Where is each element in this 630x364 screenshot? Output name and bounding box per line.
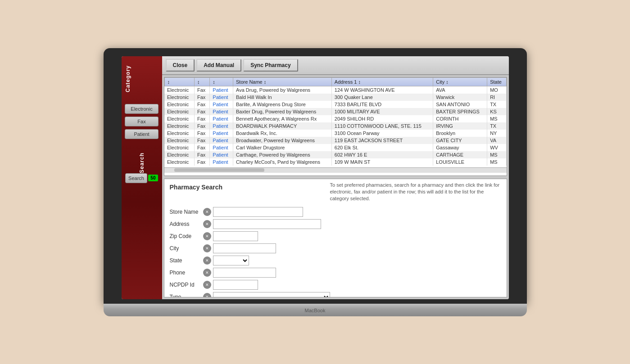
table-row[interactable]: ElectronicFaxPatientCarthage, Powered by…	[164, 151, 506, 158]
search-section: Search Search 50	[125, 148, 159, 183]
table-cell-2: Patient	[210, 158, 233, 166]
table-cell-5: Warwick	[433, 94, 487, 101]
table-body: ElectronicFaxPatientAva Drug, Powered by…	[164, 86, 506, 166]
th-col3[interactable]: ↕	[210, 77, 233, 86]
th-col2[interactable]: ↕	[195, 77, 210, 86]
table-cell-4: 300 Quaker Lane	[331, 94, 433, 101]
pharmacy-table: ↕ ↕ ↕ Store Name ↕ Address 1 ↕ City ↕ St…	[164, 77, 507, 166]
table-cell-4: 1000 MILITARY AVE	[331, 108, 433, 115]
close-button[interactable]: Close	[166, 59, 195, 72]
ncpdp-input[interactable]	[213, 280, 258, 290]
table-cell-4: 124 W WASHINGTON AVE	[331, 86, 433, 94]
table-row[interactable]: ElectronicFaxPatientBoardwalk Rx, Inc.31…	[164, 130, 506, 137]
zip-code-input[interactable]	[213, 231, 258, 241]
th-state[interactable]: State	[487, 77, 506, 86]
city-clear[interactable]	[203, 244, 211, 252]
state-clear[interactable]	[203, 256, 211, 265]
phone-input[interactable]	[213, 268, 276, 278]
table-cell-2: Patient	[210, 130, 233, 137]
patient-button[interactable]: Patient	[125, 129, 159, 139]
address-input[interactable]	[213, 219, 321, 229]
toolbar: Close Add Manual Sync Pharmacy	[162, 56, 509, 75]
table-cell-3: BOARDWALK PHARMACY	[233, 122, 332, 130]
electronic-button[interactable]: Electronic	[125, 104, 159, 114]
store-name-row: Store Name	[170, 207, 501, 217]
store-name-label: Store Name	[170, 209, 201, 215]
fax-button[interactable]: Fax	[125, 117, 159, 126]
table-cell-2: Patient	[210, 137, 233, 144]
city-input[interactable]	[213, 243, 276, 253]
th-store-name[interactable]: Store Name ↕	[233, 77, 332, 86]
type-select[interactable]	[213, 292, 330, 297]
phone-clear[interactable]	[203, 269, 211, 277]
table-cell-5: CARTHAGE	[433, 151, 487, 158]
screen-bezel: Category Electronic Fax Patient Search S…	[104, 48, 527, 304]
table-row[interactable]: ElectronicFaxPatientBald Hill Walk In300…	[164, 94, 506, 101]
table-cell-3: Charley McCool's, Pwrd by Walgreens	[233, 158, 332, 166]
table-cell-6: NY	[487, 130, 506, 137]
table-cell-6: VA	[487, 137, 506, 144]
table-horizontal-scrollbar[interactable]	[164, 167, 507, 173]
address-clear[interactable]	[203, 220, 211, 228]
table-cell-6: MS	[487, 158, 506, 166]
table-row[interactable]: ElectronicFaxPatientBroadwater, Powered …	[164, 137, 506, 144]
state-select[interactable]: AL AK AZ AR CA CO CT FL GA MS MO	[213, 256, 249, 265]
table-cell-1: Fax	[195, 101, 210, 108]
table-row[interactable]: ElectronicFaxPatientBaxter Drug, Powered…	[164, 108, 506, 115]
table-row[interactable]: ElectronicFaxPatientBOARDWALK PHARMACY11…	[164, 122, 506, 130]
table-cell-4: 620 Elk St.	[331, 144, 433, 151]
th-address1[interactable]: Address 1 ↕	[331, 77, 433, 86]
store-name-clear[interactable]	[203, 208, 211, 216]
table-cell-5: IRVING	[433, 122, 487, 130]
laptop-frame: Category Electronic Fax Patient Search S…	[104, 48, 527, 316]
laptop-brand-label: MacBook	[305, 308, 326, 313]
add-manual-button[interactable]: Add Manual	[196, 59, 241, 72]
table-cell-6: RI	[487, 94, 506, 101]
table-row[interactable]: ElectronicFaxPatientCharley McCool's, Pw…	[164, 158, 506, 166]
table-cell-2: Patient	[210, 115, 233, 122]
table-cell-0: Electronic	[164, 122, 195, 130]
phone-row: Phone	[170, 268, 501, 278]
state-label: State	[170, 257, 201, 264]
table-cell-3: Bennett Apothecary, A Walgreens Rx	[233, 115, 332, 122]
store-name-input[interactable]	[213, 207, 303, 217]
table-cell-0: Electronic	[164, 108, 195, 115]
table-scroll[interactable]: ↕ ↕ ↕ Store Name ↕ Address 1 ↕ City ↕ St…	[164, 77, 507, 167]
table-row[interactable]: ElectronicFaxPatientAva Drug, Powered by…	[164, 86, 506, 94]
city-label: City	[170, 245, 201, 252]
table-cell-5: BAXTER SPRINGS	[433, 108, 487, 115]
type-clear[interactable]	[203, 293, 211, 297]
type-label: Type	[170, 294, 201, 297]
table-cell-0: Electronic	[164, 130, 195, 137]
pharmacy-table-container: ↕ ↕ ↕ Store Name ↕ Address 1 ↕ City ↕ St…	[164, 77, 507, 176]
table-cell-1: Fax	[195, 158, 210, 166]
table-cell-3: Bald Hill Walk In	[233, 94, 332, 101]
sync-pharmacy-button[interactable]: Sync Pharmacy	[243, 59, 298, 72]
left-sidebar: Category Electronic Fax Patient Search S…	[122, 56, 162, 299]
table-cell-6: MS	[487, 151, 506, 158]
zip-code-clear[interactable]	[203, 232, 211, 240]
table-cell-1: Fax	[195, 108, 210, 115]
table-cell-0: Electronic	[164, 86, 195, 94]
ncpdp-clear[interactable]	[203, 281, 211, 289]
table-cell-0: Electronic	[164, 115, 195, 122]
table-cell-2: Patient	[210, 101, 233, 108]
table-cell-2: Patient	[210, 86, 233, 94]
phone-label: Phone	[170, 270, 201, 276]
table-cell-1: Fax	[195, 130, 210, 137]
laptop-base: MacBook	[104, 304, 527, 316]
search-btn-wrap: Search 50	[125, 173, 158, 183]
table-cell-1: Fax	[195, 151, 210, 158]
table-cell-4: 2049 SHILOH RD	[331, 115, 433, 122]
table-row[interactable]: ElectronicFaxPatientBennett Apothecary, …	[164, 115, 506, 122]
th-city[interactable]: City ↕	[433, 77, 487, 86]
search-label: Search	[139, 153, 145, 173]
table-row[interactable]: ElectronicFaxPatientBarlite, A Walgreens…	[164, 101, 506, 108]
search-button[interactable]: Search	[125, 173, 147, 183]
table-cell-3: Broadwater, Powered by Walgreens	[233, 137, 332, 144]
address-label: Address	[170, 221, 201, 227]
table-cell-0: Electronic	[164, 158, 195, 166]
table-row[interactable]: ElectronicFaxPatientCarl Walker Drugstor…	[164, 144, 506, 151]
th-col1[interactable]: ↕	[164, 77, 195, 86]
table-cell-2: Patient	[210, 108, 233, 115]
